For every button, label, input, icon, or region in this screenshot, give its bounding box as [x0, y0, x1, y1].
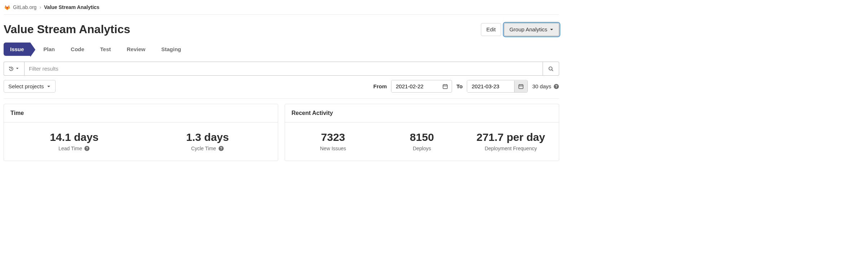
- svg-text:?: ?: [220, 147, 222, 151]
- breadcrumb-separator: ›: [39, 4, 41, 10]
- stage-tab-code[interactable]: Code: [68, 43, 87, 56]
- metric-new-issues: 7323 New Issues: [289, 131, 377, 151]
- group-analytics-label: Group Analytics: [509, 26, 547, 33]
- days-summary-text: 30 days: [532, 83, 551, 89]
- stage-tab-issue[interactable]: Issue: [4, 43, 30, 56]
- metric-cycle-time: 1.3 days Cycle Time ?: [141, 131, 275, 151]
- metric-deployment-frequency: 271.7 per day Deployment Frequency: [466, 131, 555, 151]
- svg-line-1: [552, 70, 553, 71]
- group-analytics-dropdown[interactable]: Group Analytics: [504, 23, 559, 36]
- breadcrumb-org[interactable]: GitLab.org: [13, 4, 36, 10]
- gitlab-logo-icon: [4, 4, 10, 10]
- help-icon[interactable]: ?: [553, 84, 559, 89]
- svg-text:?: ?: [555, 84, 557, 88]
- svg-rect-2: [443, 85, 447, 89]
- calendar-icon: [442, 84, 448, 89]
- page-title: Value Stream Analytics: [4, 23, 130, 36]
- metric-value: 1.3 days: [141, 131, 275, 143]
- stage-tab-issue-label: Issue: [10, 46, 24, 52]
- stage-tab-test[interactable]: Test: [97, 43, 114, 56]
- metric-deploys: 8150 Deploys: [377, 131, 466, 151]
- metric-lead-time: 14.1 days Lead Time ?: [8, 131, 141, 151]
- date-to-calendar-button[interactable]: [514, 81, 527, 92]
- chevron-down-icon: [549, 27, 554, 32]
- svg-rect-6: [519, 85, 523, 89]
- date-to-input-wrapper: [467, 80, 528, 93]
- help-icon[interactable]: ?: [218, 146, 224, 151]
- time-card-title: Time: [4, 104, 278, 123]
- date-from-calendar-button[interactable]: [438, 81, 452, 92]
- edit-button[interactable]: Edit: [481, 23, 501, 36]
- help-icon[interactable]: ?: [84, 146, 90, 151]
- select-projects-dropdown[interactable]: Select projects: [4, 80, 56, 93]
- date-from-input[interactable]: [391, 80, 438, 92]
- breadcrumb: GitLab.org › Value Stream Analytics: [4, 3, 559, 15]
- filter-input[interactable]: [24, 62, 543, 76]
- metric-label-text: Deployment Frequency: [485, 146, 537, 151]
- stage-tab-plan[interactable]: Plan: [40, 43, 58, 56]
- svg-point-0: [549, 67, 552, 70]
- breadcrumb-current[interactable]: Value Stream Analytics: [44, 4, 100, 10]
- search-icon: [548, 66, 554, 72]
- filter-search-button[interactable]: [543, 62, 559, 76]
- chevron-down-icon: [16, 67, 20, 71]
- filter-history-button[interactable]: [4, 62, 24, 76]
- history-icon: [8, 66, 14, 72]
- stage-tab-review[interactable]: Review: [124, 43, 148, 56]
- recent-activity-card: Recent Activity 7323 New Issues 8150 Dep…: [285, 104, 559, 161]
- date-to-label: To: [456, 83, 463, 89]
- time-card: Time 14.1 days Lead Time ? 1.3 days Cycl…: [4, 104, 278, 161]
- calendar-icon: [518, 84, 524, 89]
- metric-value: 14.1 days: [8, 131, 141, 143]
- date-from-input-wrapper: [391, 80, 452, 93]
- metric-value: 271.7 per day: [466, 131, 555, 143]
- metric-label-text: Deploys: [413, 146, 431, 151]
- metric-label-text: Lead Time: [58, 146, 82, 151]
- edit-button-label: Edit: [486, 26, 496, 33]
- svg-text:?: ?: [86, 147, 88, 151]
- chevron-down-icon: [47, 84, 51, 89]
- metric-value: 7323: [289, 131, 377, 143]
- stage-tab-staging[interactable]: Staging: [158, 43, 184, 56]
- metric-value: 8150: [377, 131, 466, 143]
- metric-label-text: Cycle Time: [191, 146, 216, 151]
- select-projects-label: Select projects: [8, 83, 44, 89]
- metric-label-text: New Issues: [320, 146, 346, 151]
- stage-tabs: Issue Plan Code Test Review Staging: [4, 43, 559, 61]
- date-from-label: From: [373, 83, 387, 89]
- date-to-input[interactable]: [467, 80, 514, 92]
- recent-activity-card-title: Recent Activity: [285, 104, 559, 123]
- filter-bar: [4, 62, 559, 76]
